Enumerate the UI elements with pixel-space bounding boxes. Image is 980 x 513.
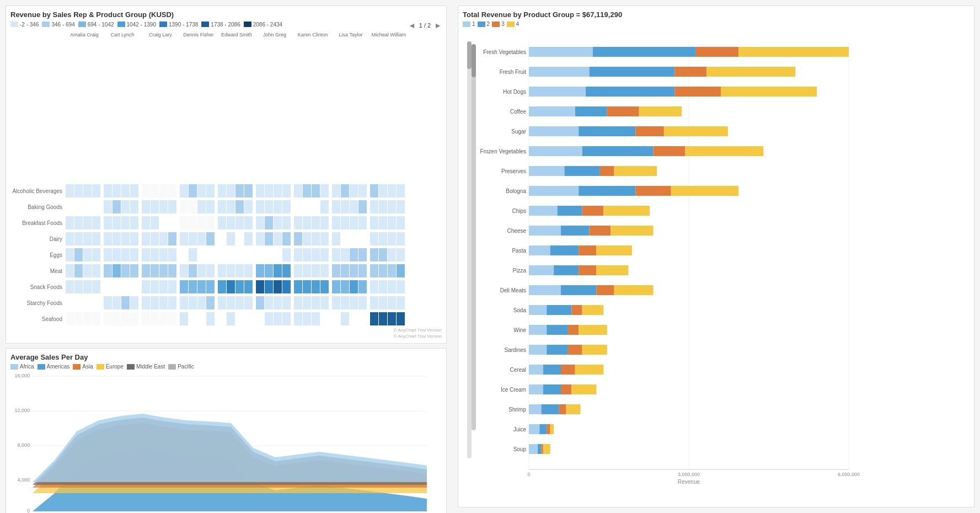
heatmap-cell: [92, 264, 100, 277]
heatmap-cell: [168, 216, 176, 229]
heatmap-rep-group: [294, 264, 331, 277]
middleeast-color: [127, 364, 135, 370]
svg-rect-94: [614, 285, 654, 295]
heatmap-cell: [74, 264, 83, 277]
col-header-2: Craig Lary: [142, 32, 179, 38]
heatmap-cell: [341, 312, 349, 325]
heatmap-rep-group: [180, 200, 217, 213]
next-page-icon[interactable]: ►: [434, 21, 442, 30]
heatmap-cell: [265, 248, 273, 261]
svg-text:Preserves: Preserves: [501, 168, 526, 174]
heatmap-cell: [227, 200, 235, 213]
heatmap-cell: [180, 216, 188, 229]
heatmap-rep-group: [66, 200, 103, 213]
heatmap-rep-group: [218, 232, 255, 245]
scrollbar-track[interactable]: [472, 44, 476, 430]
svg-rect-126: [529, 424, 539, 434]
heatmap-cell: [227, 216, 235, 229]
svg-rect-53: [635, 126, 664, 136]
heatmap-cell: [256, 296, 264, 309]
heatmap-rep-group: [256, 280, 293, 293]
heatmap-rep-group: [142, 280, 179, 293]
heatmap-cell: [180, 280, 188, 293]
heatmap-cell: [350, 296, 358, 309]
svg-text:Hot Dogs: Hot Dogs: [503, 89, 526, 95]
heatmap-rep-group: [294, 216, 331, 229]
heatmap-cell: [370, 200, 378, 213]
col-header-0: Amalia Craig: [66, 32, 103, 38]
svg-rect-73: [582, 206, 604, 216]
heatmap-cell: [332, 216, 340, 229]
heatmap-cell: [303, 200, 311, 213]
heatmap-cell: [341, 280, 349, 293]
heatmap-rep-group: [256, 184, 293, 197]
heatmap-cell: [142, 200, 150, 213]
heatmap-row-label: Alcoholic Beverages: [10, 188, 66, 194]
svg-text:6,000,000: 6,000,000: [838, 472, 860, 477]
heatmap-cell: [350, 280, 358, 293]
heatmap-rep-group: [180, 264, 217, 277]
heatmap-cells: [66, 248, 408, 261]
heatmap-cell: [197, 216, 206, 229]
heatmap-cell: [121, 312, 130, 325]
heatmap-cell: [218, 232, 226, 245]
heatmap-cell: [121, 280, 130, 293]
bar-chart-legend: 1 2 3 4: [463, 21, 970, 27]
heatmap-cell: [265, 200, 273, 213]
bar-legend-color-4: [507, 22, 515, 27]
heatmap-row-label: Meat: [10, 268, 66, 274]
heatmap-rep-group: [180, 248, 217, 261]
heatmap-cell: [320, 216, 329, 229]
heatmap-cell: [168, 232, 176, 245]
heatmap-cell: [397, 232, 405, 245]
heatmap-cell: [256, 216, 264, 229]
heatmap-cell: [312, 232, 320, 245]
heatmap-cell: [256, 264, 264, 277]
svg-rect-41: [529, 87, 586, 97]
legend-item-7: 2086 - 2434: [244, 22, 282, 28]
heatmap-cell: [332, 200, 340, 213]
svg-rect-117: [543, 384, 561, 394]
heatmap-cell: [104, 264, 112, 277]
scrollbar-thumb[interactable]: [472, 44, 476, 77]
svg-rect-108: [568, 345, 582, 355]
heatmap-watermark: © AnyChart Trial Version: [10, 328, 442, 333]
col-header-8: Micheal William: [370, 32, 408, 38]
heatmap-cell: [197, 264, 206, 277]
heatmap-cell: [274, 296, 282, 309]
svg-rect-83: [579, 245, 596, 255]
heatmap-cell: [206, 200, 215, 213]
heatmap-rep-group: [256, 216, 293, 229]
heatmap-cell: [244, 232, 253, 245]
legend-item-6: 1738 - 2086: [201, 22, 240, 28]
svg-rect-33: [696, 47, 738, 57]
heatmap-rep-group: [332, 280, 369, 293]
heatmap-cell: [350, 312, 358, 325]
legend-item-1: -2 - 346: [10, 22, 39, 28]
heatmap-rep-group: [294, 312, 331, 325]
svg-rect-64: [614, 166, 657, 176]
heatmap-row-label: Dairy: [10, 236, 66, 242]
heatmap-cell: [397, 216, 405, 229]
heatmap-cell: [218, 264, 226, 277]
heatmap-cell: [388, 200, 396, 213]
prev-page-icon[interactable]: ◄: [408, 21, 416, 30]
area-legend-asia: Asia: [73, 364, 93, 370]
area-legend-pacific: Pacific: [168, 364, 194, 370]
heatmap-cell: [332, 280, 340, 293]
heatmap-cell: [92, 184, 100, 197]
heatmap-cell: [303, 232, 311, 245]
legend-label-2: 346 - 694: [51, 22, 74, 28]
heatmap-cell: [379, 184, 387, 197]
legend-label-1: -2 - 346: [20, 22, 39, 28]
heatmap-rep-group: [370, 248, 408, 261]
heatmap-cell: [218, 312, 226, 325]
heatmap-cell: [189, 184, 197, 197]
heatmap-rep-group: [332, 184, 369, 197]
heatmap-cell: [358, 264, 367, 277]
heatmap-rep-group: [142, 312, 179, 325]
heatmap-cell: [282, 280, 291, 293]
heatmap-cell: [312, 280, 320, 293]
heatmap-rep-group: [66, 264, 103, 277]
bar-chart-svg: Fresh VegetablesFresh FruitHot DogsCoffe…: [463, 30, 974, 491]
